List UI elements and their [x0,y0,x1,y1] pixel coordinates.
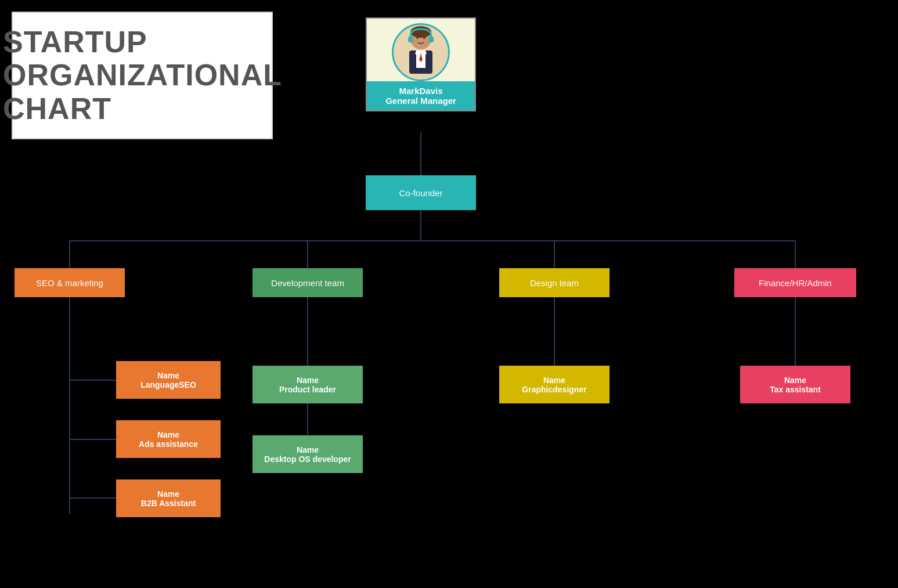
person-dev-2: Name Desktop OS developer [253,435,363,473]
dept-design: Design team [499,268,610,297]
svg-rect-26 [408,37,413,42]
avatar [392,23,450,81]
person-design-1: Name Graphicdesigner [499,366,610,403]
person-seo-2-line2: Ads assistance [139,439,198,449]
person-seo-2: Name Ads assistance [116,420,221,458]
person-dev-1-line1: Name [297,376,319,385]
avatar-area [367,19,475,81]
dept-dev-label: Development team [271,278,344,288]
person-finance-1-line2: Tax assistant [770,385,821,394]
person-dev-1-line2: Product leader [279,385,336,394]
person-seo-3-line2: B2B Assistant [141,499,196,508]
svg-rect-27 [429,37,434,42]
dept-finance: Finance/HR/Admin [734,268,856,297]
cofounder-label: Co-founder [399,188,442,198]
dept-dev: Development team [253,268,363,297]
person-design-1-line2: Graphicdesigner [522,385,586,394]
person-dev-2-line1: Name [297,445,319,454]
chart-title: STARTUP ORGANIZATIONAL CHART [3,26,282,125]
svg-point-24 [416,37,419,39]
person-finance-1: Name Tax assistant [740,366,850,403]
ceo-node: MarkDavis General Manager [366,17,476,111]
ceo-name: MarkDavis [369,86,473,96]
dept-design-label: Design team [530,278,579,288]
person-seo-3: Name B2B Assistant [116,479,221,517]
svg-point-16 [410,26,431,38]
dept-seo-label: SEO & marketing [36,278,103,288]
person-seo-1-line2: LanguageSEO [140,380,196,389]
svg-point-25 [423,37,425,39]
person-seo-1-line1: Name [157,371,179,380]
dept-seo: SEO & marketing [15,268,125,297]
cofounder-node: Co-founder [366,175,476,210]
person-seo-1: Name LanguageSEO [116,361,221,399]
title-box: STARTUP ORGANIZATIONAL CHART [12,12,273,139]
person-design-1-line1: Name [543,376,565,385]
person-dev-1: Name Product leader [253,366,363,403]
ceo-name-area: MarkDavis General Manager [367,81,475,110]
person-seo-3-line1: Name [157,489,179,499]
person-seo-2-line1: Name [157,430,179,439]
person-dev-2-line2: Desktop OS developer [264,454,351,464]
ceo-role: General Manager [369,96,473,106]
person-finance-1-line1: Name [784,376,806,385]
dept-finance-label: Finance/HR/Admin [759,278,832,288]
